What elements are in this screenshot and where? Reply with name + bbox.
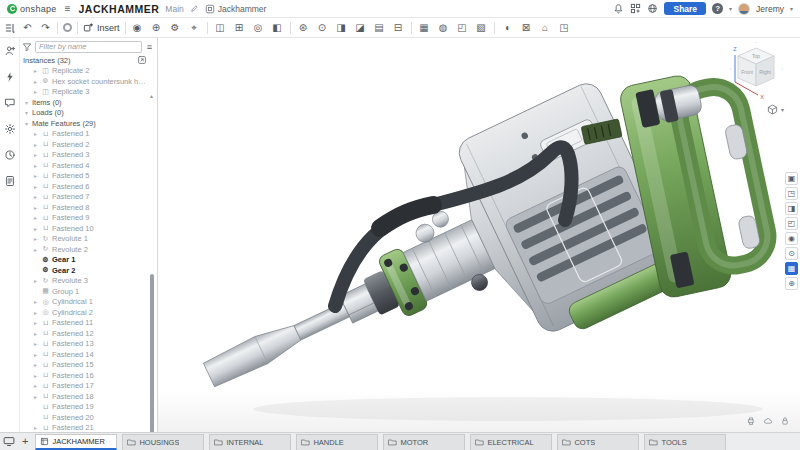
tab-tools[interactable]: TOOLS [644,434,726,450]
tree-row[interactable]: ▸⊔Fastened 16 [20,370,149,381]
expander-icon[interactable]: ▸ [32,172,39,179]
comment-tool-icon[interactable]: ◖ [501,23,514,33]
comments-icon[interactable] [4,95,16,113]
configurations-icon[interactable]: ◰ [456,23,469,33]
tree-row[interactable]: ▸⊔Fastened 7 [20,192,149,203]
expander-icon[interactable]: ▾ [23,99,30,106]
tree-row[interactable]: ▾Loads (0) [20,108,149,119]
add-instance-icon[interactable] [137,55,147,65]
tree-row[interactable]: ▸◫Replicate 3 [20,87,149,98]
main-menu-icon[interactable]: ≡ [65,3,71,14]
properties-icon[interactable] [4,173,16,191]
group-icon[interactable]: ⊕ [150,23,163,33]
tree-row[interactable]: ▾Items (0) [20,97,149,108]
tree-row[interactable]: ▸⊔Fastened 9 [20,213,149,224]
expander-icon[interactable]: ▸ [32,130,39,137]
tree-row[interactable]: Instances (32) [20,55,149,66]
tree-row[interactable]: ▸⊔Fastened 13 [20,339,149,350]
tree-row[interactable]: ▸↻Revolute 3 [20,276,149,287]
expander-icon[interactable]: ▾ [23,120,30,127]
tab-motor[interactable]: MOTOR [383,434,465,450]
tab-manager-icon[interactable] [3,435,15,447]
scrollbar-thumb[interactable] [150,274,154,450]
versions-icon[interactable] [4,147,16,165]
tree-scrollbar[interactable]: ▲ ▼ [148,94,155,429]
tree-row[interactable]: ⊔Fastened 20 [20,412,149,423]
section-view-icon[interactable]: ◪ [354,23,367,33]
snap-mode-icon[interactable]: ⌖ [188,23,201,33]
tree-row[interactable]: ▸⊔Fastened 11 [20,318,149,329]
tab-cots[interactable]: COTS [557,434,639,450]
share-button[interactable]: Share [664,2,706,15]
tree-row[interactable]: ▦Group 1 [20,286,149,297]
circular-pattern-icon[interactable]: ◎ [252,23,265,33]
tree-row[interactable]: ⚙Gear 1 [20,255,149,266]
zoom-window-icon[interactable]: ▦ [785,262,798,275]
tree-row[interactable]: ▸◎Cylindrical 1 [20,297,149,308]
filter-input[interactable] [35,41,142,53]
scrollbar-track[interactable] [150,99,154,424]
expander-icon[interactable]: ▸ [32,183,39,190]
tree-row[interactable]: ▾Mate Features (29) [20,118,149,129]
edit-in-context-icon[interactable] [63,23,72,32]
expander-icon[interactable]: ▸ [32,309,39,316]
model-viewport[interactable]: Top Front Right Z X ⌃›‹ ▾ ▣◳◨◰◉⊙▦⊕ [158,38,800,432]
expander-icon[interactable]: ▸ [32,204,39,211]
tree-row[interactable]: ▸⊔Fastened 4 [20,160,149,171]
features-list-icon[interactable] [4,22,16,34]
measure-icon[interactable]: ⊟ [392,23,405,33]
tree-row[interactable]: ▸◎Cylindrical 2 [20,307,149,318]
add-tab-button[interactable]: + [20,436,30,447]
explode-icon[interactable]: ⊛ [297,23,310,33]
tree-row[interactable]: ▸⊔Fastened 3 [20,150,149,161]
export-icon[interactable]: ⊠ [520,23,533,33]
rename-pencil-icon[interactable] [190,4,199,13]
tree-row[interactable]: ▸⊔Fastened 17 [20,381,149,392]
expander-icon[interactable]: ▸ [32,372,39,379]
mirror-icon[interactable]: ◧ [271,23,284,33]
tree-row[interactable]: ▸⊔Fastened 1 [20,129,149,140]
tree-row[interactable]: ⊔Fastened 19 [20,402,149,413]
configurations-icon[interactable] [4,121,16,139]
tree-row[interactable]: ▸⊚Hex socket countersunk head screw M... [20,76,149,87]
help-button[interactable]: ? [712,3,723,14]
tree-row[interactable]: ⚙Gear 2 [20,265,149,276]
onshape-logo[interactable]: onshape [7,4,57,14]
filter-funnel-icon[interactable] [22,42,32,52]
insert-button[interactable]: Insert [83,22,120,33]
expander-icon[interactable]: ▾ [23,109,30,116]
user-name[interactable]: Jeremy [756,4,784,14]
replicate-icon[interactable]: ◫ [214,23,227,33]
filter-options-icon[interactable]: ≡ [147,42,152,52]
zoom-fit-icon[interactable]: ⊕ [785,277,798,290]
expander-icon[interactable]: ▸ [32,88,39,95]
undo-icon[interactable]: ↶ [21,23,34,33]
drawing-icon[interactable]: ▧ [475,23,488,33]
tab-handle[interactable]: HANDLE [296,434,378,450]
hide-others-icon[interactable]: ◨ [785,202,798,215]
tree-row[interactable]: ▸⊔Fastened 10 [20,223,149,234]
expander-icon[interactable]: ▸ [32,298,39,305]
expander-icon[interactable]: ▸ [32,151,39,158]
view-cube[interactable]: Top Front Right Z X ⌃›‹ [728,42,788,104]
view-menu[interactable]: ▾ [767,104,784,115]
expander-icon[interactable]: ▸ [32,246,39,253]
render-mode-icon[interactable]: ▣ [785,172,798,185]
shaded-view-icon[interactable]: ◉ [785,232,798,245]
expander-icon[interactable]: ▸ [32,162,39,169]
language-globe-icon[interactable] [647,3,658,14]
tree-row[interactable]: ▸◫Replicate 2 [20,66,149,77]
document-tab-chip[interactable]: Jackhammer [205,4,267,14]
expander-icon[interactable]: ▸ [32,351,39,358]
expander-icon[interactable]: ▸ [32,67,39,74]
extensions-icon[interactable]: ◳ [558,23,571,33]
expander-icon[interactable]: ▸ [32,319,39,326]
bom-icon[interactable]: ▤ [373,23,386,33]
mate-relation-icon[interactable]: ⚙ [169,23,182,33]
tab-electrical[interactable]: ELECTRICAL [470,434,552,450]
display-states-icon[interactable]: ◨ [335,23,348,33]
mate-icon[interactable]: ◉ [131,23,144,33]
workspace-label[interactable]: Main [165,4,183,14]
named-positions-icon[interactable]: ⊙ [316,23,329,33]
tab-internal[interactable]: INTERNAL [209,434,291,450]
